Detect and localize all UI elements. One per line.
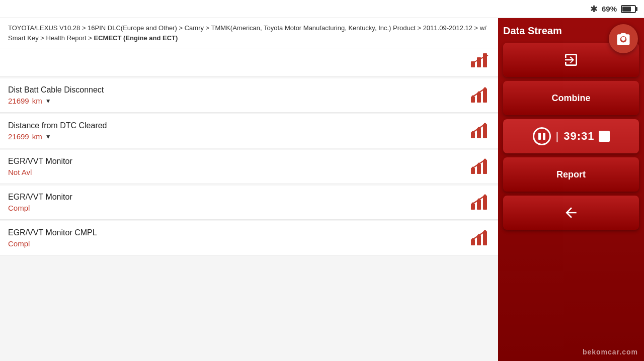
data-stream-header: Data Stream <box>503 23 639 39</box>
chart-icon[interactable] <box>470 194 490 212</box>
list-item: EGR/VVT Monitor CMPL Compl <box>0 221 498 255</box>
camera-icon <box>616 31 631 46</box>
svg-point-20 <box>484 158 487 161</box>
value-unit: km <box>32 97 42 105</box>
stop-button-small[interactable] <box>599 131 610 142</box>
svg-rect-23 <box>483 196 487 210</box>
combine-button[interactable]: Combine <box>503 81 639 115</box>
data-item-partial <box>0 48 498 77</box>
item-left: EGR/VVT Monitor Not Avl <box>8 157 72 176</box>
item-name: EGR/VVT Monitor <box>8 193 72 202</box>
list-item: Distance from DTC Cleared 21699 km ▼ <box>0 114 498 148</box>
report-button[interactable]: Report <box>503 157 639 192</box>
svg-point-18 <box>472 166 474 169</box>
report-label: Report <box>556 169 586 180</box>
watermark: bekomcar.com <box>583 348 638 356</box>
chart-icon-partial[interactable] <box>470 51 490 69</box>
record-time: 39:31 <box>564 130 594 143</box>
svg-point-25 <box>478 198 480 201</box>
battery-icon <box>621 5 636 13</box>
chart-icon[interactable] <box>470 229 490 247</box>
item-value: Compl <box>8 204 72 212</box>
item-name: EGR/VVT Monitor CMPL <box>8 228 97 237</box>
left-panel: TOYOTA/LEXUS V10.28 > 16PIN DLC(Europe a… <box>0 18 498 361</box>
value-text: Compl <box>8 204 30 212</box>
export-icon <box>563 52 579 68</box>
chart-icon[interactable] <box>470 122 490 140</box>
svg-rect-5 <box>483 88 487 103</box>
svg-point-7 <box>478 91 480 94</box>
item-value: 21699 km ▼ <box>8 97 104 105</box>
item-left: Dist Batt Cable Disconnect 21699 km ▼ <box>8 85 104 105</box>
value-text: Compl <box>8 239 30 248</box>
chart-icon[interactable] <box>470 158 490 176</box>
value-number: 21699 <box>8 97 29 105</box>
svg-point-30 <box>472 238 474 240</box>
item-value: Not Avl <box>8 168 72 176</box>
list-item: EGR/VVT Monitor Compl <box>0 186 498 220</box>
record-separator: | <box>556 130 559 143</box>
battery-percentage: 69% <box>602 5 617 13</box>
item-name: EGR/VVT Monitor <box>8 157 72 166</box>
svg-point-31 <box>478 234 480 236</box>
svg-point-6 <box>472 95 474 98</box>
svg-point-26 <box>484 194 487 197</box>
item-left: EGR/VVT Monitor Compl <box>8 193 72 212</box>
record-button[interactable]: | 39:31 <box>503 119 639 153</box>
item-name: Dist Batt Cable Disconnect <box>8 85 104 95</box>
breadcrumb-text: TOYOTA/LEXUS V10.28 > 16PIN DLC(Europe a… <box>8 24 487 42</box>
svg-rect-11 <box>483 124 487 138</box>
combine-label: Combine <box>551 93 590 104</box>
list-item: Dist Batt Cable Disconnect 21699 km ▼ <box>0 78 498 113</box>
item-value: 21699 km ▼ <box>8 132 107 141</box>
data-list: Dist Batt Cable Disconnect 21699 km ▼ <box>0 48 498 361</box>
item-value: Compl <box>8 239 97 248</box>
svg-point-12 <box>472 131 474 133</box>
item-name: Distance from DTC Cleared <box>8 121 107 130</box>
camera-button[interactable] <box>609 24 638 53</box>
bluetooth-icon: ✱ <box>590 4 598 15</box>
pause-icon <box>533 127 551 145</box>
svg-rect-17 <box>483 160 487 174</box>
right-panel: Data Stream Combine <box>498 18 644 361</box>
value-text: Not Avl <box>8 168 32 176</box>
svg-rect-2 <box>483 53 487 67</box>
status-bar: ✱ 69% <box>0 0 644 18</box>
pause-bars <box>538 133 545 140</box>
svg-point-24 <box>472 202 474 205</box>
svg-point-8 <box>484 87 487 89</box>
svg-point-13 <box>478 127 480 129</box>
svg-point-14 <box>484 123 487 125</box>
back-button[interactable] <box>503 196 639 230</box>
dropdown-arrow-icon[interactable]: ▼ <box>45 98 51 105</box>
dropdown-arrow-icon[interactable]: ▼ <box>45 133 51 140</box>
value-number: 21699 <box>8 132 29 141</box>
svg-rect-29 <box>483 231 487 245</box>
item-left: Distance from DTC Cleared 21699 km ▼ <box>8 121 107 141</box>
svg-point-19 <box>478 162 480 165</box>
breadcrumb: TOYOTA/LEXUS V10.28 > 16PIN DLC(Europe a… <box>0 18 498 48</box>
main-area: TOYOTA/LEXUS V10.28 > 16PIN DLC(Europe a… <box>0 18 644 361</box>
back-icon <box>563 205 579 221</box>
value-unit: km <box>32 132 42 141</box>
item-left: EGR/VVT Monitor CMPL Compl <box>8 228 97 248</box>
svg-point-32 <box>484 230 487 232</box>
chart-icon[interactable] <box>470 86 490 105</box>
list-item: EGR/VVT Monitor Not Avl <box>0 150 498 184</box>
